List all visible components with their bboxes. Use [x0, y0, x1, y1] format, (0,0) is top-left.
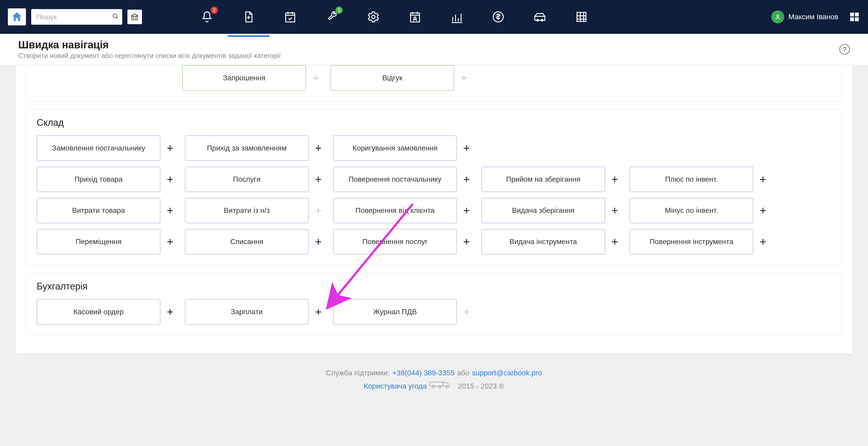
- plus-storage-in[interactable]: +: [609, 173, 621, 185]
- search-icon[interactable]: [112, 13, 119, 21]
- plus-review: +: [458, 72, 470, 84]
- user-block[interactable]: Максим Іванов: [771, 10, 838, 23]
- svg-point-34: [432, 385, 435, 388]
- section-accounting-title: Бухгалтерія: [37, 281, 831, 292]
- plus-salaries[interactable]: +: [312, 306, 324, 318]
- main-card: Запрошення + Відгук + Склад Замовлення п…: [16, 65, 852, 353]
- nav-settings[interactable]: [366, 9, 381, 25]
- doc-storage-in[interactable]: Прийом на зберігання: [481, 167, 605, 192]
- nav-contacts[interactable]: [407, 9, 423, 25]
- plus-writeoff[interactable]: +: [312, 236, 324, 248]
- plus-goods-expense[interactable]: +: [164, 204, 176, 217]
- notifications-badge: 2: [211, 6, 218, 14]
- doc-transfer[interactable]: Переміщення: [37, 229, 160, 254]
- nav-service[interactable]: 3: [324, 9, 340, 25]
- footer-years: 2015 - 2023 ®: [458, 380, 504, 393]
- plus-receipt-by-order[interactable]: +: [312, 142, 324, 154]
- svg-point-0: [113, 14, 117, 18]
- doc-tool-issue[interactable]: Видача інструмента: [481, 229, 605, 254]
- svg-rect-9: [411, 13, 420, 22]
- plus-return-services[interactable]: +: [461, 236, 472, 248]
- svg-rect-32: [855, 18, 859, 21]
- svg-point-13: [414, 17, 416, 19]
- svg-line-1: [116, 17, 118, 19]
- page-header: Швидка навігація Створити новий документ…: [0, 34, 868, 65]
- doc-receipt-by-order[interactable]: Прихід за замовленням: [185, 135, 309, 161]
- doc-return-client[interactable]: Повернення від клієнта: [333, 198, 457, 223]
- truck-icon: [429, 379, 455, 393]
- doc-return-supplier[interactable]: Повернення постачальнику: [333, 167, 457, 192]
- plus-return-supplier[interactable]: +: [461, 173, 472, 185]
- apps-button[interactable]: [849, 11, 860, 23]
- footer-agreement-link[interactable]: Користувача угода: [364, 380, 427, 393]
- plus-return-client[interactable]: +: [461, 204, 472, 217]
- svg-point-36: [446, 385, 448, 388]
- plus-inventory-minus[interactable]: +: [757, 204, 769, 217]
- plus-cash-order[interactable]: +: [164, 306, 176, 318]
- plus-storage-out[interactable]: +: [609, 204, 621, 217]
- plus-transfer[interactable]: +: [164, 236, 176, 248]
- doc-cash-order[interactable]: Касовий ордер: [37, 299, 160, 325]
- footer-support-label: Служба підтримки:: [326, 367, 390, 379]
- plus-services[interactable]: +: [312, 173, 324, 185]
- doc-vat-journal[interactable]: Журнал ПДВ: [333, 299, 457, 325]
- doc-writeoff[interactable]: Списання: [185, 229, 309, 254]
- svg-rect-4: [286, 13, 295, 22]
- doc-storage-out[interactable]: Видача зберігання: [481, 198, 605, 223]
- svg-point-8: [372, 15, 375, 19]
- plus-inventory-plus[interactable]: +: [757, 173, 769, 185]
- nav-calendar-check[interactable]: [282, 9, 298, 25]
- topbar: 2 3 М: [0, 0, 868, 34]
- plus-goods-receipt[interactable]: +: [164, 173, 176, 185]
- content: Запрошення + Відгук + Склад Замовлення п…: [0, 65, 868, 404]
- help-button[interactable]: ?: [839, 44, 850, 55]
- svg-rect-33: [430, 382, 443, 386]
- search-wrap: [31, 9, 122, 25]
- plus-expense-order: +: [312, 204, 324, 217]
- nav-reports[interactable]: [449, 9, 464, 25]
- plus-order-adjust[interactable]: +: [461, 142, 472, 154]
- nav-garage[interactable]: [532, 9, 548, 25]
- nav-new-document[interactable]: [241, 9, 256, 25]
- doc-review[interactable]: Відгук: [331, 65, 454, 91]
- search-input[interactable]: [31, 9, 122, 25]
- bank-button[interactable]: [127, 10, 142, 24]
- doc-expense-order[interactable]: Витрати із н/з: [185, 198, 309, 223]
- section-warehouse: Склад Замовлення постачальнику + Прихід …: [26, 109, 842, 265]
- plus-vat-journal: +: [461, 306, 472, 318]
- svg-rect-30: [855, 13, 859, 17]
- svg-point-28: [777, 15, 779, 17]
- plus-tool-return[interactable]: +: [757, 236, 769, 248]
- doc-inventory-minus[interactable]: Мінус по інвент.: [629, 198, 753, 223]
- footer-email[interactable]: support@carbook.pro: [472, 367, 542, 379]
- plus-tool-issue[interactable]: +: [609, 236, 621, 248]
- footer-or: або: [457, 367, 469, 379]
- doc-invite[interactable]: Запрошення: [182, 65, 306, 91]
- doc-salaries[interactable]: Зарплати: [185, 299, 309, 325]
- doc-return-services[interactable]: Повернення послуг: [333, 229, 457, 254]
- svg-rect-29: [850, 13, 854, 17]
- section-previous: Запрошення + Відгук +: [26, 65, 842, 101]
- doc-goods-expense[interactable]: Витрати товара: [37, 198, 160, 223]
- nav-grid[interactable]: [574, 9, 589, 25]
- footer-phone[interactable]: +38(044) 389-3355: [393, 367, 455, 379]
- nav-icons: 2 3: [199, 9, 589, 25]
- doc-goods-receipt[interactable]: Прихід товара: [37, 167, 160, 192]
- svg-rect-23: [577, 12, 586, 22]
- svg-rect-31: [850, 18, 854, 21]
- doc-inventory-plus[interactable]: Плюс по інвент.: [629, 167, 753, 192]
- doc-services[interactable]: Послуги: [185, 167, 309, 192]
- plus-invite: +: [310, 72, 322, 84]
- doc-order-supplier[interactable]: Замовлення постачальнику: [37, 135, 160, 161]
- section-warehouse-title: Склад: [37, 117, 831, 128]
- nav-finance[interactable]: [490, 9, 506, 25]
- avatar: [771, 10, 784, 23]
- plus-order-supplier[interactable]: +: [164, 142, 176, 154]
- doc-order-adjust[interactable]: Коригування замовлення: [333, 135, 457, 161]
- home-button[interactable]: [8, 8, 26, 26]
- svg-point-35: [438, 385, 441, 388]
- doc-tool-return[interactable]: Повернення інструмента: [629, 229, 753, 254]
- nav-notifications[interactable]: 2: [199, 9, 215, 25]
- footer: Служба підтримки: +38(044) 389-3355 або …: [5, 367, 863, 393]
- page-subtitle: Створити новий документ або переглянути …: [18, 52, 281, 60]
